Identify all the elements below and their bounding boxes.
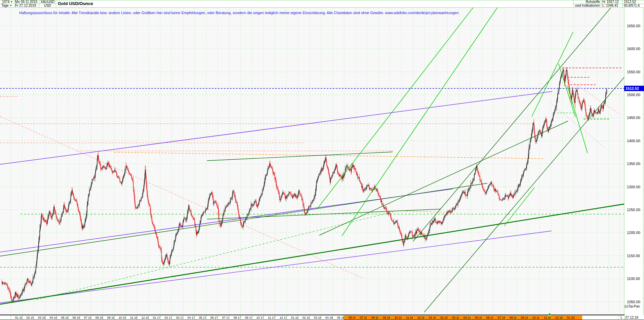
price-axis-label: 1600.00: [627, 47, 644, 51]
month-tick: [563, 315, 563, 320]
header-top-border: [0, 0, 644, 0]
month-tick: [413, 315, 413, 320]
month-label: 05 19: [475, 316, 483, 320]
month-tick: [517, 315, 517, 320]
month-tick: [287, 315, 287, 320]
month-label: 08 17: [234, 316, 241, 320]
month-label: 06 17: [210, 316, 218, 320]
month-label: 03 18: [314, 316, 322, 320]
bars-count-dropdown[interactable]: 1074 ▼: [0, 0, 16, 4]
header-divider: [601, 0, 601, 7]
month-label: 11 19: [544, 316, 551, 320]
month-label: 07 18: [360, 316, 368, 320]
month-label: 06 16: [73, 316, 80, 320]
price-axis-label: 1200.00: [627, 231, 644, 235]
month-label: 06 18: [349, 316, 356, 320]
chevron-down-icon: ▼: [9, 4, 12, 7]
month-label: 06 19: [486, 316, 494, 320]
period-dropdown[interactable]: Tage ▼: [0, 4, 16, 7]
month-tick: [321, 315, 321, 320]
month-label: 08 18: [371, 316, 379, 320]
month-tick: [160, 315, 161, 320]
month-tick: [482, 315, 482, 320]
month-tick: [22, 315, 23, 320]
header-divider: [56, 0, 56, 7]
month-label: 01 18: [291, 316, 299, 320]
month-tick: [333, 315, 333, 320]
month-label: 02 17: [165, 316, 172, 320]
header-divider: [15, 0, 15, 7]
last-price-badge: 1512.52: [624, 86, 644, 91]
month-label: 04 16: [50, 316, 57, 320]
month-tick: [183, 315, 184, 320]
price-axis-label: 1050.00: [627, 300, 644, 304]
source-label: vwd Indikationen: [538, 4, 601, 7]
month-label: 08 16: [95, 316, 103, 320]
price-axis-label: 1300.00: [627, 185, 644, 189]
header-divider: [39, 0, 39, 7]
month-tick: [436, 315, 436, 320]
month-label: 01 19: [429, 316, 437, 320]
month-tick: [195, 315, 195, 320]
month-label: 09 17: [245, 316, 253, 320]
chevron-down-icon: ▼: [10, 1, 13, 3]
month-tick: [68, 315, 69, 320]
end-date-field[interactable]: Fr 27.12.2019: [15, 4, 39, 7]
month-tick: [264, 315, 264, 320]
month-tick: [252, 315, 252, 320]
month-tick: [57, 315, 57, 320]
month-label: 05 18: [337, 316, 345, 320]
header-divider: [573, 0, 573, 7]
month-tick: [218, 315, 218, 320]
last-date-label: 27.12.19: [625, 316, 644, 320]
month-label: 04 19: [464, 316, 471, 320]
date-axis[interactable]: 01 1602 1603 1604 1605 1606 1607 1608 16…: [0, 315, 644, 320]
month-label: 12 18: [417, 316, 425, 320]
price-axis-label: 1450.00: [627, 116, 644, 120]
month-label: 10 19: [532, 316, 540, 320]
start-date-field[interactable]: Mo 09.11.2015: [15, 0, 39, 4]
month-tick: [11, 315, 11, 320]
month-tick: [448, 315, 448, 320]
month-label: 10 17: [256, 316, 264, 320]
price-axis-label: 1650.00: [627, 24, 644, 28]
month-tick: [149, 315, 149, 320]
month-tick: [229, 315, 230, 320]
price-axis-label: 1350.00: [627, 162, 644, 166]
copyright-label: (c)Tai-Pan: [625, 305, 644, 308]
month-tick: [126, 315, 126, 320]
month-tick: [310, 315, 310, 320]
price-chart-canvas[interactable]: [0, 0, 644, 320]
month-label: 12 19: [555, 316, 563, 320]
month-tick: [137, 315, 137, 320]
last-price-label: 1512.52: [624, 0, 644, 4]
symbol-field[interactable]: XAUUSD: [39, 0, 56, 4]
month-tick: [505, 315, 506, 320]
month-tick: [298, 315, 298, 320]
month-label: 03 16: [38, 316, 46, 320]
date-marker-triangle-icon: [548, 313, 551, 315]
month-tick: [206, 315, 206, 320]
month-label: 10 16: [119, 316, 126, 320]
month-tick: [471, 315, 471, 320]
price-axis-label: 1100.00: [627, 277, 644, 281]
scale-toggle-button[interactable]: L: [618, 316, 625, 320]
month-label: 09 19: [521, 316, 529, 320]
month-label: 02 19: [440, 316, 448, 320]
plot-background: [0, 7, 624, 315]
price-axis-label: 1550.00: [627, 70, 644, 74]
month-label: 04 17: [188, 316, 195, 320]
month-tick: [367, 315, 367, 320]
month-label: 12 16: [142, 316, 149, 320]
month-label: 01 20: [567, 316, 575, 320]
month-label: 04 18: [325, 316, 333, 320]
month-label: 01 17: [153, 316, 161, 320]
header-divider: [622, 0, 623, 7]
price-axis-label: 1250.00: [627, 208, 644, 212]
month-label: 12 17: [280, 316, 287, 320]
month-label: 02 16: [27, 316, 34, 320]
month-tick: [378, 315, 379, 320]
month-tick: [551, 315, 551, 320]
month-label: 09 16: [107, 316, 115, 320]
month-tick: [34, 315, 34, 320]
